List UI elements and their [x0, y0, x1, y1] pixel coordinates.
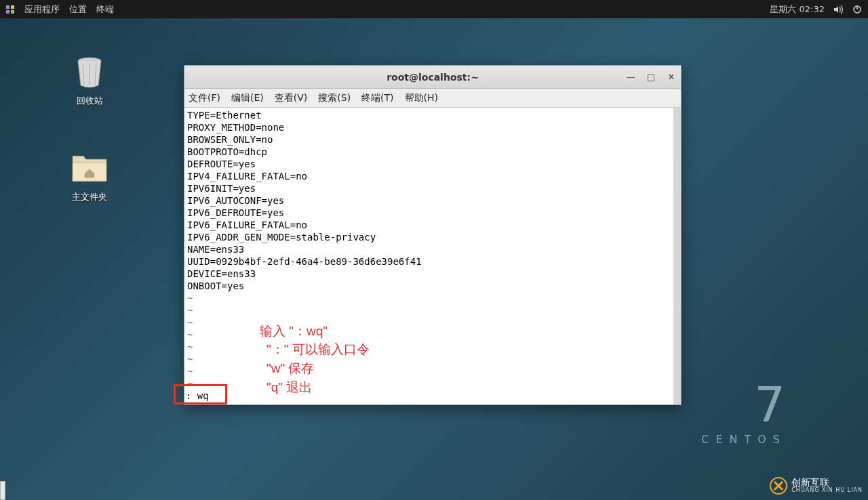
top-panel: 应用程序 位置 终端 星期六 02:32 [0, 0, 868, 18]
menu-terminal[interactable]: 终端(T) [361, 92, 393, 104]
annotation-line-4: "q" 退出 [267, 379, 312, 396]
svg-rect-3 [11, 10, 14, 14]
centos-name: CENTOS [701, 433, 787, 446]
menu-applications[interactable]: 应用程序 [24, 3, 60, 16]
annotation-line-1: 输入 "：wq" [260, 322, 328, 340]
minimize-button[interactable]: — [625, 72, 636, 83]
desktop-icon-trash[interactable]: 回收站 [56, 53, 123, 107]
watermark-sub: CHUANG XIN HU LIAN [791, 488, 863, 494]
power-icon[interactable] [852, 4, 863, 15]
watermark-name: 创新互联 [791, 478, 863, 488]
centos-version: 7 [701, 380, 787, 429]
trash-label: 回收站 [77, 95, 103, 107]
menu-terminal[interactable]: 终端 [96, 3, 114, 16]
menubar: 文件(F) 编辑(E) 查看(V) 搜索(S) 终端(T) 帮助(H) [184, 89, 681, 108]
menu-edit[interactable]: 编辑(E) [231, 92, 264, 104]
scrollbar[interactable] [673, 108, 681, 404]
close-button[interactable]: ✕ [666, 72, 677, 83]
terminal-body[interactable]: TYPE=Ethernet PROXY_METHOD=none BROWSER_… [184, 108, 681, 404]
trash-icon [71, 53, 108, 91]
terminal-content: TYPE=Ethernet PROXY_METHOD=none BROWSER_… [187, 109, 678, 390]
annotation-line-2: "：" 可以输入口令 [267, 341, 370, 358]
svg-rect-0 [6, 5, 9, 9]
centos-brand: 7 CENTOS [701, 380, 787, 446]
home-folder-icon [71, 149, 108, 187]
annotation-line-3: "w" 保存 [267, 360, 315, 377]
titlebar[interactable]: root@localhost:~ — □ ✕ [184, 66, 681, 89]
home-label: 主文件夹 [72, 191, 107, 203]
svg-rect-2 [6, 10, 9, 14]
svg-rect-1 [11, 5, 14, 9]
watermark: 创新互联 CHUANG XIN HU LIAN [770, 477, 863, 495]
maximize-button[interactable]: □ [646, 72, 656, 83]
activities-logo-icon[interactable] [5, 5, 15, 14]
clock[interactable]: 星期六 02:32 [770, 3, 825, 16]
menu-help[interactable]: 帮助(H) [405, 92, 438, 104]
watermark-logo-icon [770, 477, 787, 495]
volume-icon[interactable] [833, 4, 844, 15]
menu-file[interactable]: 文件(F) [189, 92, 220, 104]
desktop-icon-home[interactable]: 主文件夹 [56, 149, 123, 203]
vim-command-line: : wq [186, 390, 209, 401]
terminal-window: root@localhost:~ — □ ✕ 文件(F) 编辑(E) 查看(V)… [184, 65, 682, 405]
window-title: root@localhost:~ [184, 72, 681, 83]
menu-view[interactable]: 查看(V) [275, 92, 308, 104]
taskbar-indicator[interactable] [0, 481, 5, 500]
menu-search[interactable]: 搜索(S) [318, 92, 351, 104]
menu-places[interactable]: 位置 [69, 3, 87, 16]
